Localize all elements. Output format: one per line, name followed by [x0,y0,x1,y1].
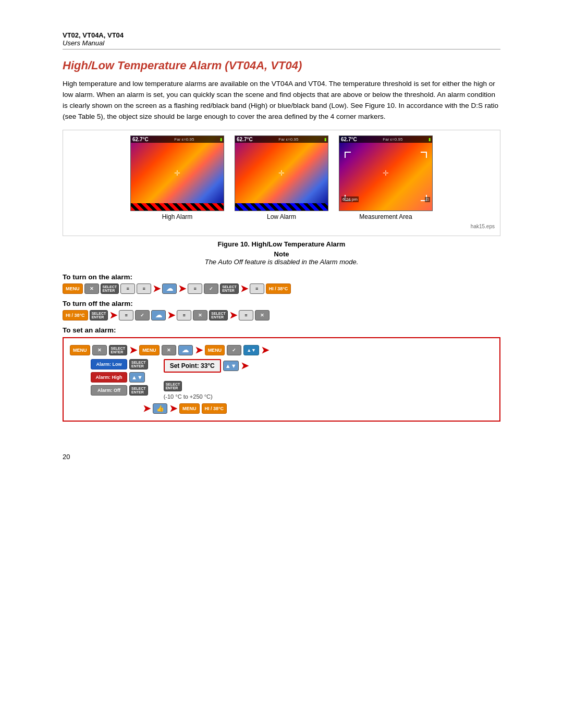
file-ref: hak15.eps [68,224,495,229]
corner-tr [421,152,427,158]
high-battery: ▮ [220,137,222,142]
figure-caption: Figure 10. High/Low Temperature Alarm [63,240,500,248]
arrow7: ➤ [129,344,137,356]
measure-icon: ⊡ [425,197,430,202]
btn-select3[interactable]: SELECTENTER [90,310,108,320]
arrow10: ➤ [241,360,249,372]
thermal-display-measure: 62.7°C Far ε=0.95 ▮ ✛ 6:24 pm ⊡ [339,135,433,211]
low-alarm-label: Low Alarm [267,213,296,220]
arrow11: ➤ [143,403,151,414]
btn-select5[interactable]: SELECTENTER [109,345,128,355]
low-alarm-bar [235,203,328,211]
alarm-low-row: Alarm: Low SELECTENTER [91,359,148,369]
measure-temp: 62.7°C [341,137,357,142]
btn-nav1[interactable]: ≡ [120,283,135,294]
btn-nav7[interactable]: ≡ [239,310,253,320]
set-alarm-diagram: MENU ✕ SELECTENTER ➤ MENU ✕ ☁ ➤ MENU ✓ ▲… [63,337,500,422]
btn-menu[interactable]: MENU [63,283,83,294]
set-alarm-block: To set an alarm: MENU ✕ SELECTENTER ➤ ME… [63,326,500,422]
thermal-header-high: 62.7°C Far ε=0.95 ▮ [131,136,224,143]
btn-alarm-low[interactable]: Alarm: Low [91,359,127,369]
time-overlay: 6:24 pm [341,196,359,202]
btn-cloud2[interactable]: ☁ [151,310,166,320]
btn-alarm-final[interactable]: HI / 38°C [202,403,227,414]
btn-updown1[interactable]: ▲▼ [243,345,259,355]
low-temp: 62.7°C [237,137,253,142]
turn-on-block: To turn on the alarm: MENU ✕ SELECTENTER… [63,273,500,294]
btn-alarm-off[interactable]: Alarm: Off [91,385,127,396]
high-mode: Far ε=0.95 [174,137,194,142]
btn-select-low[interactable]: SELECTENTER [129,359,148,369]
file-ref-text: hak15.eps [471,224,495,229]
thermal-image-measure: 62.7°C Far ε=0.95 ▮ ✛ 6:24 pm ⊡ Measurem… [336,135,435,220]
section-title: High/Low Temperature Alarm (VT04A, VT04) [63,59,500,72]
crosshair-measure: ✛ [383,169,389,177]
btn-thumb[interactable]: 👍 [153,403,167,414]
btn-check2[interactable]: ✓ [135,310,150,320]
setpoint-select-row: SELECTENTER [164,379,182,391]
measure-battery: ▮ [429,137,431,142]
crosshair-high: ✛ [174,169,180,177]
btn-alarm-active[interactable]: HI / 38°C [63,310,88,320]
section-body: High temperature and low temperature ala… [63,79,500,122]
btn-select2[interactable]: SELECTENTER [220,283,239,294]
btn-alarm-on[interactable]: HI / 38°C [266,283,291,294]
btn-menu4[interactable]: MENU [205,345,225,355]
page-header: VT02, VT04A, VT04 Users Manual [63,31,500,50]
high-alarm-bar [131,203,224,211]
btn-nav2[interactable]: ≡ [137,283,151,294]
arrow12: ➤ [169,403,177,414]
btn-select-setpoint[interactable]: SELECTENTER [164,381,182,391]
btn-updown3[interactable]: ▲▼ [223,361,239,371]
manual-text: Users Manual [63,39,500,47]
measure-label: Measurement Area [359,213,412,220]
btn-nav4[interactable]: ≡ [250,283,264,294]
btn-menu2[interactable]: MENU [70,345,90,355]
high-temp: 62.7°C [132,137,149,142]
turn-on-label: To turn on the alarm: [63,273,500,281]
arrow4: ➤ [109,310,117,321]
thermal-display-high: 62.7°C Far ε=0.95 ▮ ✛ [130,135,224,211]
btn-select4[interactable]: SELECTENTER [209,310,228,320]
btn-x2[interactable]: ✕ [193,310,207,320]
btn-menu-final[interactable]: MENU [179,403,200,414]
figure-caption-section: Figure 10. High/Low Temperature Alarm No… [63,240,500,266]
btn-x1[interactable]: ✕ [84,283,99,294]
btn-nav3[interactable]: ≡ [188,283,202,294]
btn-cloud1[interactable]: ☁ [162,283,177,294]
turn-off-label: To turn off the alarm: [63,300,500,307]
btn-select1[interactable]: SELECTENTER [101,283,119,294]
corner-tl [345,152,351,158]
set-alarm-label: To set an alarm: [63,326,500,334]
page-number: 20 [63,453,500,461]
arrow6: ➤ [229,310,237,321]
btn-check1[interactable]: ✓ [204,283,218,294]
btn-nav6[interactable]: ≡ [177,310,191,320]
arrow9: ➤ [261,344,269,356]
btn-x3[interactable]: ✕ [255,310,270,320]
btn-x5[interactable]: ✕ [162,345,176,355]
note-text: The Auto Off feature is disabled in the … [63,258,500,266]
btn-menu3[interactable]: MENU [139,345,160,355]
crosshair-low: ✛ [278,169,285,177]
measure-mode: Far ε=0.95 [383,137,402,142]
btn-nav5[interactable]: ≡ [119,310,133,320]
btn-select-off[interactable]: SELECTENTER [129,385,148,396]
note-title: Note [63,250,500,258]
thermal-header-measure: 62.7°C Far ε=0.95 ▮ [339,136,432,143]
alarm-off-row: Alarm: Off SELECTENTER [91,385,148,396]
thermal-header-low: 62.7°C Far ε=0.95 ▮ [235,136,328,143]
arrow2: ➤ [178,283,186,294]
btn-cloud3[interactable]: ☁ [178,345,193,355]
arrow3: ➤ [240,283,248,294]
setpoint-block: Set Point: 33°C ▲▼ ➤ SELECTENTER (-10 °C… [164,359,249,400]
btn-alarm-high[interactable]: Alarm: High [91,372,127,382]
bottom-row: ➤ 👍 ➤ MENU HI / 38°C [143,403,227,414]
arrow5: ➤ [167,310,175,321]
set-alarm-top-row: MENU ✕ SELECTENTER ➤ MENU ✕ ☁ ➤ MENU ✓ ▲… [70,344,269,356]
model-text: VT02, VT04A, VT04 [63,31,500,39]
btn-updown2[interactable]: ▲▼ [129,372,145,382]
btn-x4[interactable]: ✕ [92,345,107,355]
btn-check3[interactable]: ✓ [227,345,241,355]
high-alarm-label: High Alarm [162,213,193,220]
